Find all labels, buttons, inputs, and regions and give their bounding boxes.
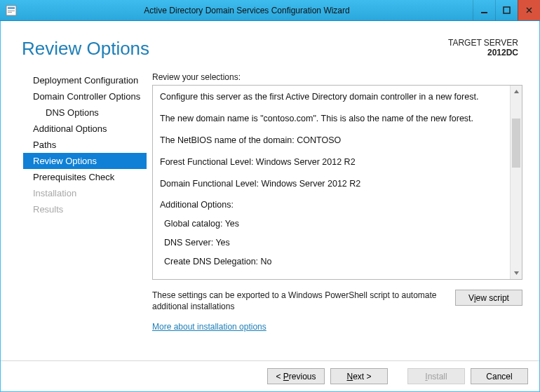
review-line: DNS Server: Yes (160, 237, 503, 249)
review-line: Create DNS Delegation: No (160, 256, 503, 268)
scroll-up-arrow-icon[interactable] (511, 86, 522, 97)
window-title: Active Directory Domain Services Configu… (21, 6, 473, 15)
install-button: Install (407, 368, 465, 384)
review-line: Forest Functional Level: Windows Server … (160, 156, 503, 168)
target-server-label: TARGET SERVER (448, 38, 518, 48)
target-server: TARGET SERVER 2012DC (448, 38, 518, 60)
cancel-button[interactable]: Cancel (471, 368, 528, 384)
svg-rect-5 (504, 7, 510, 13)
scroll-track[interactable] (511, 97, 522, 267)
svg-rect-1 (8, 7, 15, 9)
review-line: The NetBIOS name of the domain: CONTOSO (160, 135, 503, 147)
view-script-button[interactable]: View script (455, 290, 522, 306)
review-selections-text[interactable]: Configure this server as the first Activ… (153, 86, 510, 279)
review-line: Global catalog: Yes (160, 218, 503, 230)
step-paths[interactable]: Paths (27, 137, 147, 153)
review-selections-box: Configure this server as the first Activ… (152, 85, 522, 280)
review-line: Configure this server as the first Activ… (160, 91, 503, 103)
svg-rect-2 (8, 11, 15, 11)
review-selections-label: Review your selections: (152, 72, 522, 82)
step-deployment-configuration[interactable]: Deployment Configuration (27, 72, 147, 88)
step-additional-options[interactable]: Additional Options (27, 121, 147, 137)
minimize-button[interactable] (473, 0, 495, 20)
window-controls (473, 0, 540, 20)
header: Review Options TARGET SERVER 2012DC (1, 21, 539, 67)
scroll-down-arrow-icon[interactable] (511, 267, 522, 279)
maximize-button[interactable] (495, 0, 518, 20)
more-about-installation-link[interactable]: More about installation options (152, 322, 266, 332)
wizard-steps-nav: Deployment Configuration Domain Controll… (1, 67, 147, 332)
footer: < Previous Next > Install Cancel (1, 360, 539, 391)
app-icon (6, 5, 17, 16)
step-review-options[interactable]: Review Options (23, 153, 147, 169)
review-line: Additional Options: (160, 199, 503, 211)
export-settings-text: These settings can be exported to a Wind… (152, 290, 455, 312)
review-line: The new domain name is "contoso.com". Th… (160, 113, 503, 125)
svg-rect-3 (8, 12, 12, 13)
main-panel: Review your selections: Configure this s… (147, 67, 539, 332)
previous-button[interactable]: < Previous (267, 368, 325, 384)
step-dns-options[interactable]: DNS Options (27, 104, 147, 121)
svg-rect-4 (481, 12, 487, 13)
step-installation: Installation (27, 185, 147, 201)
step-results: Results (27, 201, 147, 217)
page-title: Review Options (22, 38, 149, 60)
client-area: Review Options TARGET SERVER 2012DC Depl… (0, 21, 540, 392)
scrollbar[interactable] (510, 86, 522, 279)
close-button[interactable] (518, 0, 540, 20)
target-server-value: 2012DC (448, 48, 518, 58)
step-domain-controller-options[interactable]: Domain Controller Options (27, 88, 147, 104)
titlebar: Active Directory Domain Services Configu… (0, 0, 540, 21)
next-button[interactable]: Next > (330, 368, 388, 384)
scroll-thumb[interactable] (512, 119, 520, 168)
review-line: Domain Functional Level: Windows Server … (160, 178, 503, 190)
step-prerequisites-check[interactable]: Prerequisites Check (27, 169, 147, 185)
